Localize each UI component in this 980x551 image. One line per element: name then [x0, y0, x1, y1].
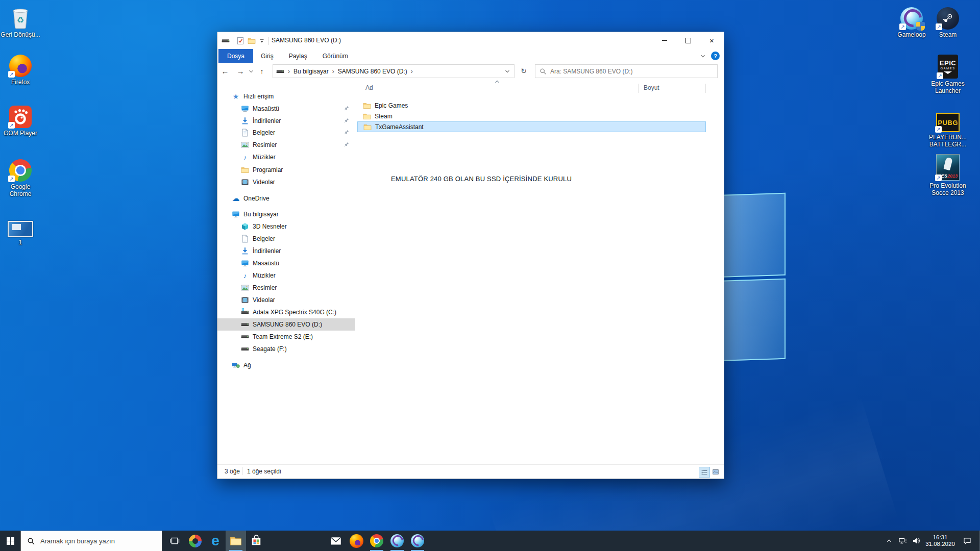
mail-button[interactable] [326, 531, 346, 551]
new-folder-icon[interactable] [248, 37, 256, 45]
large-icons-view-button[interactable] [710, 467, 721, 477]
back-button[interactable]: ← [217, 67, 233, 76]
column-header-name[interactable]: Ad [365, 84, 373, 91]
sidebar-item-muzikler-pc[interactable]: ♪ Müzikler [217, 269, 355, 282]
ribbon-collapse-icon[interactable] [700, 53, 706, 59]
desktop-icon-epic-games-launcher[interactable]: EPICGAMES ↗ Epic Games Launcher [920, 53, 976, 94]
desktop-icon-image-1[interactable]: 1 [0, 212, 41, 246]
sidebar-item-masaustu-pc[interactable]: Masaüstü [217, 257, 355, 269]
desktop-icon-label: Google Chrome [0, 183, 41, 197]
customize-qat-dropdown-icon[interactable] [259, 38, 265, 44]
address-dropdown-icon[interactable] [504, 68, 514, 74]
epic-games-icon: EPICGAMES ↗ [938, 53, 958, 79]
sidebar-item-programlar[interactable]: Programlar [217, 164, 355, 176]
file-explorer-button[interactable] [226, 531, 246, 551]
file-row-steam[interactable]: Steam [357, 111, 706, 121]
title-bar[interactable]: SAMSUNG 860 EVO (D:) × [217, 32, 724, 49]
onedrive-cloud-icon: ☁ [232, 194, 240, 203]
desktop-icon-google-chrome[interactable]: ↗ Google Chrome [0, 156, 41, 197]
start-button[interactable] [0, 531, 20, 551]
paint-3d-button[interactable] [185, 531, 205, 551]
store-button[interactable] [246, 531, 266, 551]
desktop-icon-pes-2013[interactable]: PES2013 ↗ Pro Evolution Socce 2013 [920, 155, 976, 196]
sidebar-item-onedrive[interactable]: ☁ OneDrive [217, 192, 355, 205]
separator [233, 37, 233, 45]
breadcrumb-root[interactable]: Bu bilgisayar [293, 68, 329, 75]
sidebar-item-drive-c[interactable]: Adata XPG Spectrix S40G (C:) [217, 306, 355, 318]
folder-icon [363, 123, 372, 131]
tab-paylas[interactable]: Paylaş [281, 49, 315, 63]
sidebar-item-drive-d-selected[interactable]: SAMSUNG 860 EVO (D:) [217, 318, 355, 331]
desktop-icon-gom-player[interactable]: ↗ GOM Player [0, 103, 41, 137]
sidebar-item-label: Belgeler [253, 129, 275, 136]
address-bar[interactable]: › Bu bilgisayar › SAMSUNG 860 EVO (D:) › [273, 64, 514, 78]
maximize-button[interactable] [676, 32, 700, 49]
sidebar-item-videolar-pc[interactable]: Videolar [217, 294, 355, 306]
sidebar-item-resimler-pc[interactable]: Resimler [217, 282, 355, 294]
sidebar-item-indirilenler[interactable]: İndirilenler [217, 115, 355, 127]
taskbar-pinned-group-2 [326, 531, 428, 551]
desktop-icon-steam[interactable]: ↗ Steam [920, 4, 976, 38]
file-row-txgameassistant-selected[interactable]: TxGameAssistant [357, 121, 706, 132]
taskbar-search-input[interactable]: Aramak için buraya yazın [20, 531, 162, 551]
desktop-icon-firefox[interactable]: ↗ Firefox [0, 52, 41, 86]
refresh-button[interactable]: ↻ [516, 64, 531, 77]
action-center-button[interactable] [960, 531, 975, 551]
edge-button[interactable]: e [205, 531, 226, 551]
sidebar-item-videolar[interactable]: Videolar [217, 176, 355, 188]
gameloop-1-button[interactable] [387, 531, 407, 551]
network-tray-button[interactable] [896, 531, 910, 551]
column-divider[interactable] [638, 84, 639, 93]
sidebar-item-drive-e[interactable]: Team Extreme S2 (E:) [217, 331, 355, 343]
navigation-toolbar: ← → ↑ › Bu bilgisayar › SAMSUNG 860 EVO … [217, 63, 724, 80]
tab-gorunum[interactable]: Görünüm [315, 49, 356, 63]
sidebar-item-label: Resimler [253, 284, 277, 291]
up-button[interactable]: ↑ [255, 67, 268, 76]
task-view-button[interactable] [164, 531, 185, 551]
close-button[interactable]: × [700, 32, 724, 49]
network-icon [899, 537, 907, 545]
column-header-size[interactable]: Boyut [644, 84, 659, 91]
sidebar-item-network[interactable]: Ağ [217, 359, 355, 371]
gameloop-2-button[interactable] [407, 531, 428, 551]
clock[interactable]: 16:31 31.08.2020 [923, 531, 958, 551]
breadcrumb-separator: › [407, 68, 416, 75]
details-view-button[interactable] [699, 467, 710, 478]
edge-icon: e [211, 534, 219, 548]
chrome-button[interactable] [366, 531, 387, 551]
tab-giris[interactable]: Giriş [253, 49, 281, 63]
file-row-epic-games[interactable]: Epic Games [357, 100, 706, 111]
sidebar-item-indirilenler-pc[interactable]: İndirilenler [217, 245, 355, 257]
taskbar-search-placeholder: Aramak için buraya yazın [40, 537, 115, 545]
sidebar-item-belgeler-pc[interactable]: Belgeler [217, 233, 355, 245]
help-icon[interactable]: ? [711, 52, 720, 60]
sidebar-item-3d-nesneler[interactable]: 3D Nesneler [217, 220, 355, 233]
breadcrumb-current[interactable]: SAMSUNG 860 EVO (D:) [338, 68, 407, 75]
sidebar-item-drive-f[interactable]: Seagate (F:) [217, 343, 355, 355]
sidebar-item-quick-access[interactable]: ★ Hızlı erişim [217, 90, 355, 103]
column-divider[interactable] [705, 84, 706, 93]
sidebar-item-masaustu[interactable]: Masaüstü [217, 103, 355, 115]
search-icon [540, 68, 547, 75]
properties-icon[interactable] [236, 37, 244, 45]
minimize-button[interactable] [653, 32, 676, 49]
firefox-button[interactable] [346, 531, 366, 551]
sidebar-item-label: İndirilenler [253, 247, 281, 255]
forward-button[interactable]: → [233, 67, 248, 76]
recent-locations-dropdown-icon[interactable] [248, 68, 255, 74]
desktop-icon-pubg[interactable]: PUBG ↗ PLAYERUN... BATTLEGR... [920, 107, 976, 148]
annotation-text: EMULATÖR 240 GB OLAN BU SSD İÇERİSİNDE K… [391, 175, 572, 183]
hidden-icons-button[interactable] [883, 531, 895, 551]
nav-arrows: ← → ↑ [217, 63, 268, 80]
volume-tray-button[interactable] [910, 531, 923, 551]
desktop-icon-recycle-bin[interactable]: ♻ Geri Dönüşü... [0, 4, 41, 38]
sidebar-item-resimler[interactable]: Resimler [217, 139, 355, 151]
tab-dosya[interactable]: Dosya [218, 49, 253, 63]
sidebar-item-belgeler[interactable]: Belgeler [217, 127, 355, 139]
search-input[interactable]: Ara: SAMSUNG 860 EVO (D:) [535, 64, 718, 78]
shortcut-arrow-icon: ↗ [8, 176, 15, 182]
sidebar-item-muzikler[interactable]: ♪ Müzikler [217, 151, 355, 163]
file-list-pane: Ad Boyut Epic Games Steam TxGameAssistan… [355, 80, 724, 465]
ribbon-tools: ? [700, 49, 720, 63]
sidebar-item-this-pc[interactable]: Bu bilgisayar [217, 208, 355, 220]
